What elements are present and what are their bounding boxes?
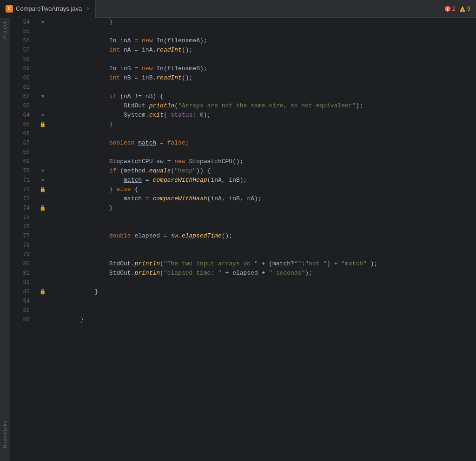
status-indicators: ! 2 ! 9 (444, 5, 476, 12)
gutter-64[interactable]: ▼ (38, 111, 47, 120)
code-line-71: match = compareWithHeap(inA, inB); (51, 176, 472, 185)
gutter-70[interactable]: ▼ (38, 166, 47, 176)
gutter-83[interactable]: 🔒 (38, 287, 47, 296)
code-editor[interactable]: 54 55 56 57 58 59 60 61 62 63 64 65 66 6… (10, 18, 476, 461)
code-line-75 (51, 213, 472, 222)
bookmarks-label[interactable]: Bookmarks (2, 417, 7, 452)
gutter-62[interactable]: ▼ (38, 92, 47, 101)
code-line-62: if (nA != nB) { (51, 92, 472, 101)
side-panel: Project Bookmarks (0, 18, 10, 461)
gutter-85 (38, 306, 47, 315)
code-line-65: } (51, 120, 472, 129)
svg-text:!: ! (462, 7, 463, 12)
project-label[interactable]: Project (2, 18, 7, 43)
gutter-56 (38, 36, 47, 46)
file-tab-icon: C (6, 5, 13, 13)
gutter-58 (38, 55, 47, 64)
ln-62: 62 (10, 92, 33, 101)
gutter-79 (38, 250, 47, 259)
ln-82: 82 (10, 278, 33, 287)
gutter-76 (38, 222, 47, 231)
gutter-65[interactable]: 🔒 (38, 120, 47, 129)
gutter-63 (38, 101, 47, 111)
ln-80: 80 (10, 259, 33, 269)
ln-69: 69 (10, 157, 33, 166)
ln-73: 73 (10, 194, 33, 204)
gutter-69 (38, 157, 47, 166)
gutter-82 (38, 278, 47, 287)
code-line-84 (51, 296, 472, 306)
gutter: ▼ ▼ ▼ 🔒 ▼ ▼ 🔒 🔒 (38, 18, 47, 461)
ln-77: 77 (10, 231, 33, 241)
gutter-60 (38, 73, 47, 83)
ln-61: 61 (10, 83, 33, 92)
code-line-76 (51, 222, 472, 231)
gutter-78 (38, 241, 47, 250)
code-line-70: if (method.equals("heap")) { (51, 166, 472, 176)
ln-81: 81 (10, 269, 33, 278)
code-line-81: StdOut.println("elapsed time: " + elapse… (51, 269, 472, 278)
code-line-59: In inB = new In(filenameB); (51, 64, 472, 73)
ln-56: 56 (10, 36, 33, 46)
ln-60: 60 (10, 73, 33, 83)
warning-badge[interactable]: ! 9 (459, 5, 470, 12)
code-line-83: } (51, 287, 472, 296)
code-line-58 (51, 55, 472, 64)
gutter-72[interactable]: 🔒 (38, 185, 47, 194)
gutter-80 (38, 259, 47, 269)
gutter-73 (38, 194, 47, 204)
code-line-63: StdOut.println("Arrays are not the same … (51, 101, 472, 111)
ln-64: 64 (10, 111, 33, 120)
code-line-85 (51, 306, 472, 315)
code-line-64: System.exit( status: 0); (51, 111, 472, 120)
ln-76: 76 (10, 222, 33, 231)
tab-close-button[interactable]: × (86, 6, 90, 12)
ln-86: 86 (10, 315, 33, 324)
code-content[interactable]: } In inA = new In(filenameA); int nA = i… (47, 18, 476, 461)
gutter-74[interactable]: 🔒 (38, 204, 47, 213)
gutter-61 (38, 83, 47, 92)
svg-text:!: ! (447, 7, 448, 12)
code-line-77: double elapsed = sw.elapsedTime(); (51, 231, 472, 241)
code-line-54: } (51, 18, 472, 27)
code-line-56: In inA = new In(filenameA); (51, 36, 472, 46)
ln-65: 65 (10, 120, 33, 129)
code-line-69: StopwatchCPU sw = new StopwatchCPU(); (51, 157, 472, 166)
gutter-84 (38, 296, 47, 306)
ln-55: 55 (10, 27, 33, 36)
code-line-72: } else { (51, 185, 472, 194)
code-line-67: boolean match = false; (51, 138, 472, 148)
gutter-54[interactable]: ▼ (38, 18, 47, 27)
gutter-75 (38, 213, 47, 222)
gutter-57 (38, 46, 47, 55)
gutter-71[interactable]: ▼ (38, 176, 47, 185)
code-line-78 (51, 241, 472, 250)
gutter-81 (38, 269, 47, 278)
gutter-59 (38, 64, 47, 73)
code-line-79 (51, 250, 472, 259)
gutter-77 (38, 231, 47, 241)
ln-71: 71 (10, 176, 33, 185)
ln-84: 84 (10, 296, 33, 306)
warning-icon: ! (459, 6, 466, 12)
ln-57: 57 (10, 46, 33, 55)
ln-78: 78 (10, 241, 33, 250)
ln-59: 59 (10, 64, 33, 73)
gutter-86 (38, 315, 47, 324)
code-line-61 (51, 83, 472, 92)
gutter-67 (38, 138, 47, 148)
ln-58: 58 (10, 55, 33, 64)
ln-79: 79 (10, 250, 33, 259)
file-tab-title: CompareTwoArrays.java (16, 5, 82, 12)
code-line-60: int nB = inB.readInt(); (51, 73, 472, 83)
ln-63: 63 (10, 101, 33, 111)
title-bar: C CompareTwoArrays.java × ! 2 ! 9 (0, 0, 476, 18)
error-badge[interactable]: ! 2 (444, 5, 456, 12)
line-numbers: 54 55 56 57 58 59 60 61 62 63 64 65 66 6… (10, 18, 38, 461)
ide-window: C CompareTwoArrays.java × ! 2 ! 9 (0, 0, 476, 461)
file-tab[interactable]: C CompareTwoArrays.java × (0, 0, 96, 18)
error-icon: ! (444, 6, 451, 12)
ln-83: 83 (10, 287, 33, 296)
ln-74: 74 (10, 204, 33, 213)
gutter-55 (38, 27, 47, 36)
